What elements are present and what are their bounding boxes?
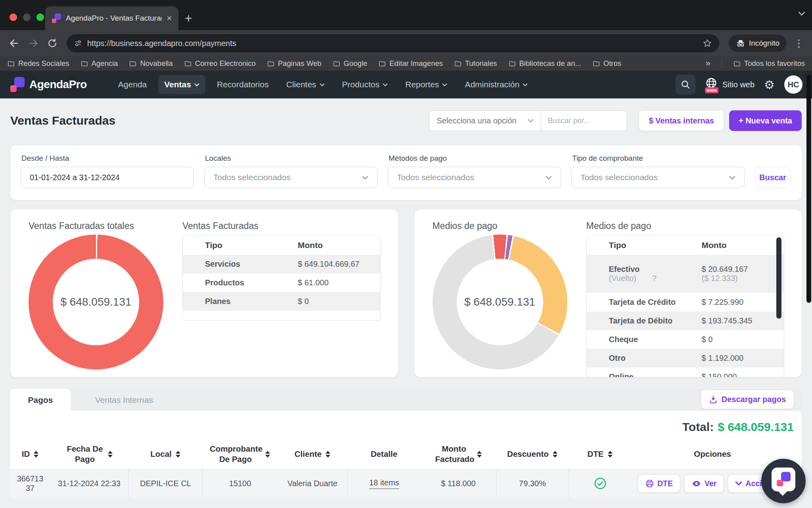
header-controls: Selecciona una opción $ Ventas internas … (429, 110, 802, 131)
url-text[interactable]: https://business.agendapro.com/payments (87, 39, 698, 48)
dte-button[interactable]: DTE (638, 475, 680, 493)
sort-icon[interactable] (265, 451, 270, 458)
ventas-chart-col: Ventas Facturadas totales $ 648.059.131 (10, 210, 182, 377)
filters-card: Desde / Hasta 01-01-2024 a 31-12-2024 Lo… (10, 145, 802, 200)
header-cliente[interactable]: Cliente (278, 449, 347, 459)
new-tab-button[interactable]: + (185, 11, 192, 26)
sort-icon[interactable] (608, 451, 613, 458)
bookmark-item[interactable]: Correo Electronico (184, 59, 256, 68)
header-local[interactable]: Local (128, 449, 202, 459)
metodos-pago-select[interactable]: Todos seleccionados (388, 167, 561, 188)
site-settings-icon[interactable] (74, 39, 82, 48)
nav-item-recordatorios[interactable]: Recordatorios (211, 75, 275, 94)
buscar-button[interactable]: Buscar (755, 167, 791, 188)
search-button[interactable] (676, 75, 695, 94)
ventas-donut-total: $ 648.059.131 (60, 296, 131, 308)
sort-icon[interactable] (108, 451, 113, 458)
url-bar[interactable]: https://business.agendapro.com/payments (67, 34, 719, 52)
tab-close-icon[interactable]: ✕ (167, 15, 172, 22)
bookmark-item[interactable]: Otros (592, 59, 621, 68)
nav-item-agenda[interactable]: Agenda (112, 75, 153, 94)
table-scrollbar[interactable] (776, 237, 781, 319)
site-web-link[interactable]: www Sitio web (705, 77, 755, 92)
date-range-input[interactable]: 01-01-2024 a 31-12-2024 (21, 167, 194, 188)
printer-icon (645, 479, 654, 488)
gear-icon[interactable]: ⚙ (764, 78, 775, 92)
minimize-window-button[interactable] (23, 13, 31, 21)
total-label: Total: (682, 420, 714, 433)
header-descuento[interactable]: Descuento (496, 449, 569, 459)
search-input[interactable] (541, 111, 626, 131)
bookmark-item[interactable]: Google (333, 59, 368, 68)
folder-icon (129, 60, 137, 67)
bookmark-item[interactable]: Bibliotecas de an... (508, 59, 581, 68)
tab-pagos[interactable]: Pagos (10, 389, 71, 411)
folder-icon (184, 60, 192, 67)
header-comprobante[interactable]: Comprobante De Pago (202, 444, 278, 464)
metodos-pago-field: Métodos de pago Todos seleccionados (388, 154, 561, 188)
cell-cliente: Valeria Duarte (278, 469, 347, 498)
zoom-window-button[interactable] (36, 13, 44, 21)
folder-icon (267, 60, 275, 67)
nav-item-reportes[interactable]: Reportes (399, 75, 453, 94)
tab-ventas-internas[interactable]: Ventas Internas (71, 389, 178, 411)
nav-item-administracion[interactable]: Administración (459, 75, 534, 94)
cell-fecha: 31-12-2024 22:33 (50, 469, 128, 498)
nav-item-clientes[interactable]: Clientes (280, 75, 331, 94)
sort-icon[interactable] (477, 451, 482, 458)
close-window-button[interactable] (10, 13, 17, 21)
cell-descuento: 79.30% (496, 469, 569, 498)
ventas-donut-chart: $ 648.059.131 (29, 235, 163, 369)
descargar-pagos-button[interactable]: Descargar pagos (701, 390, 794, 409)
chat-bubble-icon (772, 468, 795, 491)
header-fecha[interactable]: Fecha De Pago (50, 444, 128, 464)
browser-tab[interactable]: AgendaPro - Ventas Facturad ✕ (45, 6, 178, 30)
bookmark-item[interactable]: Novabella (129, 59, 172, 68)
forward-button[interactable] (25, 38, 41, 49)
medios-chart-title: Medios de pago (433, 221, 586, 231)
folder-icon (508, 60, 516, 67)
browser-menu-icon[interactable]: ⋮ (794, 38, 804, 48)
medios-table-col: Medios de pago TipoMonto Efectivo(Vuelto… (586, 210, 802, 377)
nav-item-ventas[interactable]: Ventas (158, 75, 205, 94)
bookmark-item[interactable]: Paginas Web (267, 59, 322, 68)
browser-toolbar: https://business.agendapro.com/payments … (0, 30, 812, 56)
all-favorites-item[interactable]: Todos los favoritos (733, 59, 805, 68)
header-id[interactable]: ID (10, 449, 50, 459)
help-icon[interactable]: ? (652, 274, 657, 283)
folder-icon (592, 60, 600, 67)
sort-icon[interactable] (553, 451, 557, 458)
bookmark-item[interactable]: Tutoriales (454, 59, 497, 68)
option-select[interactable]: Selecciona una opción (429, 111, 541, 131)
bookmark-item[interactable]: Redes Sociales (7, 59, 69, 68)
detalle-link[interactable]: 18 items (369, 478, 399, 489)
agendapro-brand[interactable]: AgendaPro (10, 77, 87, 92)
bookmark-item[interactable]: Agencia (80, 59, 118, 68)
nav-item-productos[interactable]: Productos (336, 75, 394, 94)
chat-fab-button[interactable] (761, 459, 806, 503)
bookmark-star-icon[interactable] (703, 38, 712, 48)
ventas-internas-button[interactable]: $ Ventas internas (639, 110, 724, 131)
col-header-tipo: Tipo (183, 241, 298, 250)
sort-icon[interactable] (34, 451, 38, 458)
sort-icon[interactable] (176, 451, 180, 458)
page-scrollbar[interactable] (806, 75, 811, 303)
header-monto-facturado[interactable]: Monto Facturado (421, 444, 496, 464)
bookmark-item[interactable]: Editar Imagenes (378, 59, 443, 68)
locales-select[interactable]: Todos seleccionados (204, 167, 377, 188)
tipo-comprobante-field: Tipo de comprobante Todos seleccionados (571, 154, 745, 188)
tab-search-chevron-icon[interactable] (798, 10, 806, 17)
total-value: $ 648.059.131 (718, 420, 794, 433)
ver-button[interactable]: Ver (684, 475, 724, 493)
nueva-venta-button[interactable]: + Nueva venta (729, 110, 802, 131)
table-row: Cheque$ 0 (587, 330, 784, 349)
sort-icon[interactable] (326, 451, 330, 458)
back-button[interactable] (6, 38, 22, 49)
reload-button[interactable] (44, 38, 60, 48)
tipo-comprobante-select[interactable]: Todos seleccionados (571, 167, 745, 188)
bookmarks-overflow-chevrons[interactable]: » (706, 58, 710, 69)
bookmark-label: Editar Imagenes (389, 59, 443, 68)
col-header-monto: Monto (298, 241, 380, 250)
avatar[interactable]: HC (784, 75, 802, 94)
header-dte[interactable]: DTE (569, 449, 631, 459)
